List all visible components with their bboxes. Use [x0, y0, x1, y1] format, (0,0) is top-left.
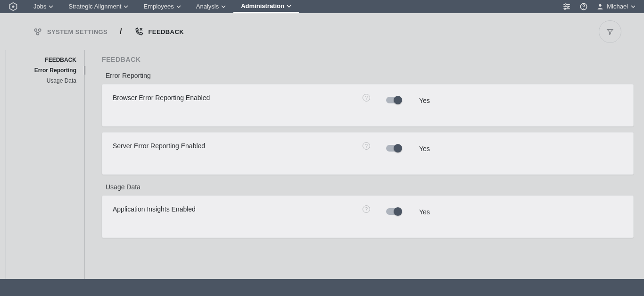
main-panel: FEEDBACK Error Reporting Browser Error R… [85, 50, 644, 279]
toggle-browser-error-reporting[interactable] [386, 97, 401, 103]
hexagon-logo-icon [8, 2, 18, 11]
svg-point-1 [12, 5, 14, 8]
breadcrumb-root[interactable]: SYSTEM SETTINGS [47, 28, 107, 35]
section-title: FEEDBACK [102, 56, 634, 63]
group-title-usage-data: Usage Data [106, 183, 634, 191]
nav-item-jobs[interactable]: Jobs [26, 0, 61, 13]
phone-feedback-icon [134, 27, 144, 36]
svg-point-9 [583, 8, 584, 9]
top-nav: Jobs Strategic Alignment Employees Analy… [0, 0, 644, 13]
help-icon[interactable] [579, 2, 588, 11]
footer-bar [0, 279, 644, 296]
user-menu[interactable]: Michael [596, 3, 636, 10]
toggle-value-label: Yes [419, 208, 430, 216]
toggle-application-insights[interactable] [386, 208, 401, 215]
breadcrumb: SYSTEM SETTINGS / FEEDBACK [33, 27, 184, 36]
nav-items: Jobs Strategic Alignment Employees Analy… [26, 0, 299, 13]
help-icon[interactable]: ? [363, 205, 370, 213]
setting-card-server-error-reporting: Server Error Reporting Enabled ? Yes [102, 132, 634, 175]
breadcrumb-separator: / [120, 27, 122, 36]
setting-label: Server Error Reporting Enabled [113, 142, 358, 150]
nav-item-label: Jobs [33, 3, 46, 10]
toggle-value-label: Yes [419, 145, 430, 152]
filter-button[interactable] [599, 20, 621, 43]
svg-point-7 [564, 8, 566, 9]
setting-card-application-insights: Application Insights Enabled ? Yes [102, 195, 634, 238]
settings-sidebar: FEEDBACK Error Reporting Usage Data [5, 50, 85, 279]
topnav-right: Michael [562, 0, 644, 13]
nav-item-label: Strategic Alignment [68, 3, 121, 10]
chevron-down-icon [124, 4, 128, 9]
breadcrumb-leaf: FEEDBACK [149, 28, 184, 35]
filter-icon [606, 28, 614, 35]
sidebar-heading[interactable]: FEEDBACK [6, 55, 85, 65]
user-name: Michael [607, 3, 628, 10]
toggle-server-error-reporting[interactable] [386, 145, 401, 152]
nav-item-strategic-alignment[interactable]: Strategic Alignment [61, 0, 136, 13]
chevron-down-icon [631, 4, 636, 9]
chevron-down-icon [49, 4, 53, 9]
svg-point-11 [34, 29, 37, 31]
nav-item-analysis[interactable]: Analysis [189, 0, 233, 13]
setting-label: Application Insights Enabled [113, 205, 358, 213]
sidebar-item-usage-data[interactable]: Usage Data [6, 76, 85, 86]
help-icon[interactable]: ? [363, 94, 370, 101]
content-row: FEEDBACK Error Reporting Usage Data FEED… [0, 50, 644, 279]
svg-point-3 [565, 4, 566, 5]
toggle-value-label: Yes [419, 97, 430, 104]
setting-label: Browser Error Reporting Enabled [113, 94, 358, 101]
svg-point-12 [39, 29, 41, 31]
nav-item-administration[interactable]: Administration [233, 0, 299, 13]
chevron-down-icon [221, 4, 226, 9]
nav-item-label: Administration [241, 2, 284, 9]
user-icon [596, 3, 604, 10]
nav-item-label: Employees [143, 3, 173, 10]
setting-card-browser-error-reporting: Browser Error Reporting Enabled ? Yes [102, 84, 634, 127]
sidebar-item-error-reporting[interactable]: Error Reporting [6, 65, 85, 76]
svg-point-5 [567, 6, 569, 7]
app-logo[interactable] [0, 2, 26, 11]
nav-item-employees[interactable]: Employees [136, 0, 188, 13]
help-icon[interactable]: ? [363, 142, 370, 150]
sliders-icon[interactable] [562, 2, 571, 11]
group-title-error-reporting: Error Reporting [106, 72, 634, 79]
svg-point-13 [37, 33, 39, 35]
breadcrumb-row: SYSTEM SETTINGS / FEEDBACK [0, 13, 644, 50]
svg-point-10 [599, 4, 602, 6]
chevron-down-icon [287, 4, 291, 8]
nav-item-label: Analysis [196, 3, 219, 10]
chevron-down-icon [176, 4, 181, 9]
settings-icon [33, 27, 42, 36]
